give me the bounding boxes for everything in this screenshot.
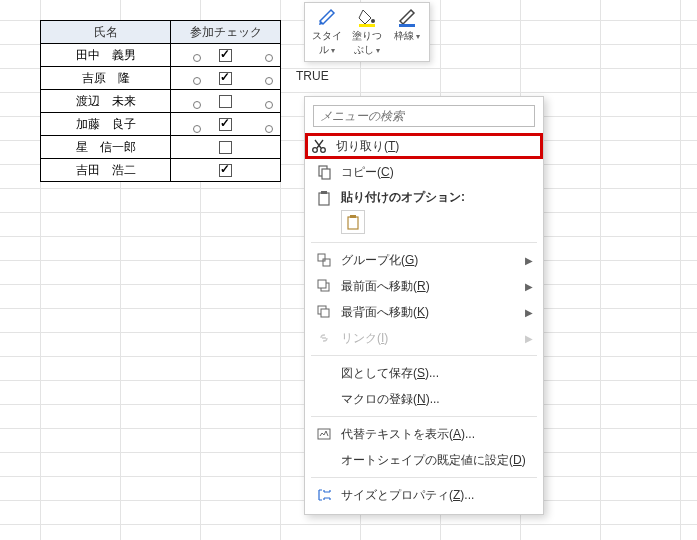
group-icon <box>313 252 335 268</box>
menu-send-back[interactable]: 最背面へ移動(K) ▶ <box>305 299 543 325</box>
checkbox[interactable] <box>219 141 232 154</box>
menu-cut-label: 切り取り(T) <box>336 138 540 155</box>
svg-rect-14 <box>318 280 326 288</box>
table-row: 田中 義男 <box>41 44 281 67</box>
copy-icon <box>313 164 335 180</box>
table-row: 吉原 隆 <box>41 67 281 90</box>
menu-search-input[interactable] <box>313 105 535 127</box>
menu-save-as-picture[interactable]: 図として保存(S)... <box>305 360 543 386</box>
selection-handle[interactable] <box>265 101 273 109</box>
menu-search-wrap <box>313 105 535 127</box>
cut-icon <box>308 138 330 154</box>
menu-set-autoshape-default[interactable]: オートシェイプの既定値に設定(D) <box>305 447 543 473</box>
size-icon <box>313 487 335 503</box>
send-back-icon <box>313 304 335 320</box>
cell-check <box>171 159 281 182</box>
context-menu: 切り取り(T) コピー(C) 貼り付けのオプション: グループ化(G) ▶ 最 <box>304 96 544 515</box>
cell-check <box>171 90 281 113</box>
menu-save-as-picture-label: 図として保存(S)... <box>341 365 533 382</box>
dropdown-icon: ▾ <box>416 32 420 41</box>
svg-rect-12 <box>323 259 330 266</box>
cell-name: 田中 義男 <box>41 44 171 67</box>
checkbox[interactable] <box>219 164 232 177</box>
checkbox[interactable] <box>219 118 232 131</box>
submenu-arrow-icon: ▶ <box>525 333 533 344</box>
submenu-arrow-icon: ▶ <box>525 281 533 292</box>
bring-front-icon <box>313 278 335 294</box>
cell-check <box>171 67 281 90</box>
menu-size-props[interactable]: サイズとプロパティ(Z)... <box>305 482 543 508</box>
paste-options-icons <box>305 208 543 238</box>
selection-handle[interactable] <box>193 101 201 109</box>
selection-handle[interactable] <box>265 77 273 85</box>
mini-toolbar: スタイ ル ▾ 塗りつ ぶし ▾ 枠線 ▾ <box>304 2 430 62</box>
header-name: 氏名 <box>41 21 171 44</box>
menu-alt-text[interactable]: 代替テキストを表示(A)... <box>305 421 543 447</box>
menu-link: リンク(I) ▶ <box>305 325 543 351</box>
checkbox[interactable] <box>219 72 232 85</box>
svg-rect-1 <box>359 24 375 27</box>
dropdown-icon: ▾ <box>331 46 335 55</box>
svg-point-4 <box>321 148 326 153</box>
fill-button[interactable]: 塗りつ ぶし ▾ <box>347 5 387 59</box>
alt-text-icon <box>313 426 335 442</box>
menu-paste-options-label: 貼り付けのオプション: <box>341 189 465 206</box>
paste-option-button[interactable] <box>341 210 365 234</box>
table-row: 星 信一郎 <box>41 136 281 159</box>
checkbox[interactable] <box>219 49 232 62</box>
style-label: スタイ ル <box>312 30 342 55</box>
svg-point-0 <box>371 19 375 23</box>
formula-result: TRUE <box>294 69 331 83</box>
svg-point-3 <box>313 148 318 153</box>
svg-rect-7 <box>319 193 329 205</box>
border-label: 枠線 <box>394 30 414 41</box>
svg-rect-6 <box>322 169 330 179</box>
menu-alt-text-label: 代替テキストを表示(A)... <box>341 426 533 443</box>
cell-name: 星 信一郎 <box>41 136 171 159</box>
table-row: 加藤 良子 <box>41 113 281 136</box>
menu-link-label: リンク(I) <box>341 330 525 347</box>
border-icon <box>397 7 417 27</box>
cell-name: 吉田 浩二 <box>41 159 171 182</box>
menu-cut[interactable]: 切り取り(T) <box>305 133 543 159</box>
menu-separator <box>311 416 537 417</box>
clipboard-icon <box>345 214 361 230</box>
svg-rect-2 <box>399 24 415 27</box>
menu-bring-front[interactable]: 最前面へ移動(R) ▶ <box>305 273 543 299</box>
svg-rect-9 <box>348 217 358 229</box>
selection-handle[interactable] <box>193 125 201 133</box>
menu-separator <box>311 477 537 478</box>
svg-rect-11 <box>318 254 325 261</box>
selection-handle[interactable] <box>265 125 273 133</box>
menu-copy[interactable]: コピー(C) <box>305 159 543 185</box>
link-icon <box>313 330 335 346</box>
header-check: 参加チェック <box>171 21 281 44</box>
selection-handle[interactable] <box>193 77 201 85</box>
menu-assign-macro-label: マクロの登録(N)... <box>341 391 533 408</box>
cell-check <box>171 136 281 159</box>
menu-separator <box>311 242 537 243</box>
svg-rect-10 <box>350 215 356 218</box>
dropdown-icon: ▾ <box>376 46 380 55</box>
menu-paste-options-row: 貼り付けのオプション: <box>305 185 543 208</box>
cell-name: 吉原 隆 <box>41 67 171 90</box>
checkbox[interactable] <box>219 95 232 108</box>
menu-assign-macro[interactable]: マクロの登録(N)... <box>305 386 543 412</box>
selection-handle[interactable] <box>193 54 201 62</box>
cell-name: 渡辺 未来 <box>41 90 171 113</box>
selection-handle[interactable] <box>265 54 273 62</box>
menu-group[interactable]: グループ化(G) ▶ <box>305 247 543 273</box>
menu-size-props-label: サイズとプロパティ(Z)... <box>341 487 533 504</box>
menu-send-back-label: 最背面へ移動(K) <box>341 304 525 321</box>
fill-icon <box>357 7 377 27</box>
table-row: 吉田 浩二 <box>41 159 281 182</box>
cell-check <box>171 44 281 67</box>
menu-set-autoshape-default-label: オートシェイプの既定値に設定(D) <box>341 452 533 469</box>
border-button[interactable]: 枠線 ▾ <box>387 5 427 59</box>
participants-table: 氏名 参加チェック 田中 義男 吉原 隆 渡辺 未来 加藤 良子 星 信一郎 吉… <box>40 20 281 182</box>
cell-check <box>171 113 281 136</box>
table-row: 渡辺 未来 <box>41 90 281 113</box>
cell-name: 加藤 良子 <box>41 113 171 136</box>
menu-group-label: グループ化(G) <box>341 252 525 269</box>
style-button[interactable]: スタイ ル ▾ <box>307 5 347 59</box>
